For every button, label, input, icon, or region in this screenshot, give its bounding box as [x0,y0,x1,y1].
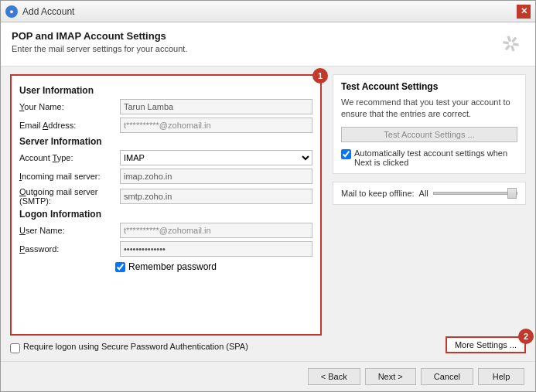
left-panel: 1 User Information Your Name: Email Addr… [10,74,322,353]
mail-offline-value: All [419,189,428,198]
user-name-input[interactable] [120,223,312,238]
your-name-row: Your Name: [19,99,312,114]
add-account-window: ● Add Account ✕ POP and IMAP Account Set… [0,0,536,392]
account-type-select[interactable]: IMAP POP3 [120,150,312,165]
back-button[interactable]: < Back [308,368,360,385]
mail-offline-section: Mail to keep offline: All [333,182,526,205]
test-account-button[interactable]: Test Account Settings ... [341,127,517,142]
window-title: Add Account [22,6,74,17]
email-address-row: Email Address: [19,118,312,133]
password-label: Password: [19,244,120,254]
password-row: Password: [19,241,312,257]
email-address-label: Email Address: [19,121,120,130]
your-name-label: Your Name: [19,102,120,111]
auto-test-row: Automatically test account settings when… [341,148,517,167]
badge-2: 2 [518,329,534,344]
logon-information-title: Logon Information [19,209,312,220]
incoming-mail-row: Incoming mail server: [19,169,312,184]
app-icon: ● [5,5,18,18]
account-type-select-wrap: IMAP POP3 [120,150,312,165]
close-button[interactable]: ✕ [517,5,531,19]
server-information-title: Server Information [19,136,312,147]
title-bar-left: ● Add Account [5,5,74,18]
help-button[interactable]: Help [478,368,524,385]
badge-1: 1 [312,68,328,84]
more-settings-wrap: More Settings ... 2 [333,336,526,353]
incoming-mail-label: Incoming mail server: [19,172,120,181]
next-button[interactable]: Next > [365,368,416,385]
auto-test-label: Automatically test account settings when… [354,148,517,167]
outgoing-mail-input[interactable] [120,189,312,204]
right-panel: Test Account Settings We recommend that … [333,74,526,353]
spa-row: Require logon using Secure Password Auth… [10,342,322,353]
footer: < Back Next > Cancel Help [1,361,535,391]
auto-test-checkbox[interactable] [341,149,351,159]
test-account-section: Test Account Settings We recommend that … [333,74,526,174]
incoming-mail-input[interactable] [120,169,312,184]
main-content: 1 User Information Your Name: Email Addr… [1,66,535,361]
mail-offline-slider-thumb[interactable] [507,188,517,199]
cancel-button[interactable]: Cancel [421,368,473,385]
title-bar: ● Add Account ✕ [1,1,535,22]
more-settings-button[interactable]: More Settings ... [446,336,526,353]
account-type-row: Account Type: IMAP POP3 [19,150,312,165]
user-information-title: User Information [19,85,312,96]
password-input[interactable] [120,241,312,257]
header-title: POP and IMAP Account Settings [12,30,187,42]
account-type-label: Account Type: [19,153,120,162]
outgoing-mail-row: Outgoing mail server (SMTP): [19,187,312,206]
email-address-input[interactable] [120,118,312,133]
test-account-description: We recommend that you test your account … [341,97,517,121]
mail-offline-slider-container [433,192,517,195]
form-box: 1 User Information Your Name: Email Addr… [10,74,322,336]
user-name-row: User Name: [19,223,312,238]
user-name-label: User Name: [19,226,120,235]
remember-password-checkbox[interactable] [115,262,125,272]
mail-offline-slider-track [433,192,517,195]
header-subtitle: Enter the mail server settings for your … [12,44,187,53]
outgoing-mail-label: Outgoing mail server (SMTP): [19,187,120,206]
cursor-icon: ✲ [498,29,524,60]
remember-password-row: Remember password [19,261,312,272]
spa-label: Require logon using Secure Password Auth… [23,342,248,351]
test-account-title: Test Account Settings [341,81,517,92]
spa-checkbox[interactable] [10,343,20,353]
header-section: POP and IMAP Account Settings Enter the … [1,22,535,66]
mail-offline-row: Mail to keep offline: All [341,189,517,198]
header-icon: ✲ [497,30,524,58]
your-name-input[interactable] [120,99,312,114]
header-text: POP and IMAP Account Settings Enter the … [12,30,187,53]
remember-password-label: Remember password [128,261,217,272]
mail-offline-label: Mail to keep offline: [341,189,415,198]
